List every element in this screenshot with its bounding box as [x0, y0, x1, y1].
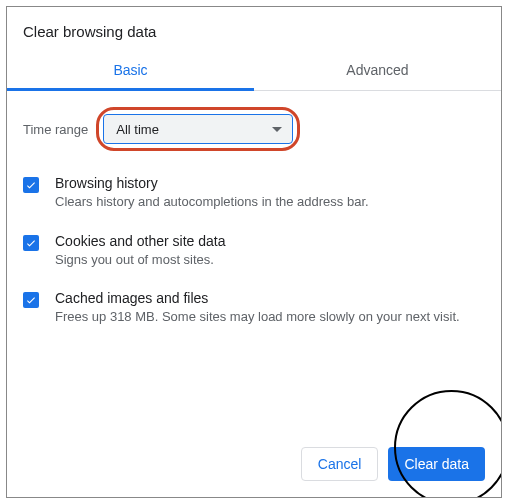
time-range-dropdown[interactable]: All time [103, 114, 293, 144]
option-description: Frees up 318 MB. Some sites may load mor… [55, 308, 460, 326]
button-label: Cancel [318, 456, 362, 472]
option-cookies: Cookies and other site data Signs you ou… [23, 233, 485, 269]
tab-bar: Basic Advanced [7, 52, 501, 91]
tab-label: Advanced [346, 62, 408, 78]
option-title: Cookies and other site data [55, 233, 225, 249]
tab-label: Basic [113, 62, 147, 78]
time-range-row: Time range All time [23, 107, 485, 151]
button-label: Clear data [404, 456, 469, 472]
option-browsing-history: Browsing history Clears history and auto… [23, 175, 485, 211]
cancel-button[interactable]: Cancel [301, 447, 379, 481]
annotation-highlight: All time [96, 107, 300, 151]
dialog-footer: Cancel Clear data [301, 447, 485, 481]
checkbox-cookies[interactable] [23, 235, 39, 251]
tab-advanced[interactable]: Advanced [254, 52, 501, 90]
dialog-title: Clear browsing data [7, 7, 501, 52]
clear-browsing-data-dialog: Clear browsing data Basic Advanced Time … [6, 6, 502, 498]
option-description: Clears history and autocompletions in th… [55, 193, 369, 211]
time-range-value: All time [116, 122, 159, 137]
checkbox-cache[interactable] [23, 292, 39, 308]
check-icon [25, 294, 37, 306]
dialog-content: Time range All time Browsing history Cle… [7, 91, 501, 326]
check-icon [25, 179, 37, 191]
time-range-label: Time range [23, 122, 88, 137]
option-text: Cached images and files Frees up 318 MB.… [55, 290, 460, 326]
option-cache: Cached images and files Frees up 318 MB.… [23, 290, 485, 326]
option-text: Cookies and other site data Signs you ou… [55, 233, 225, 269]
option-title: Cached images and files [55, 290, 460, 306]
checkbox-browsing-history[interactable] [23, 177, 39, 193]
chevron-down-icon [272, 127, 282, 132]
option-description: Signs you out of most sites. [55, 251, 225, 269]
annotation-circle [394, 390, 502, 498]
check-icon [25, 237, 37, 249]
option-text: Browsing history Clears history and auto… [55, 175, 369, 211]
option-title: Browsing history [55, 175, 369, 191]
clear-data-button[interactable]: Clear data [388, 447, 485, 481]
tab-basic[interactable]: Basic [7, 52, 254, 90]
